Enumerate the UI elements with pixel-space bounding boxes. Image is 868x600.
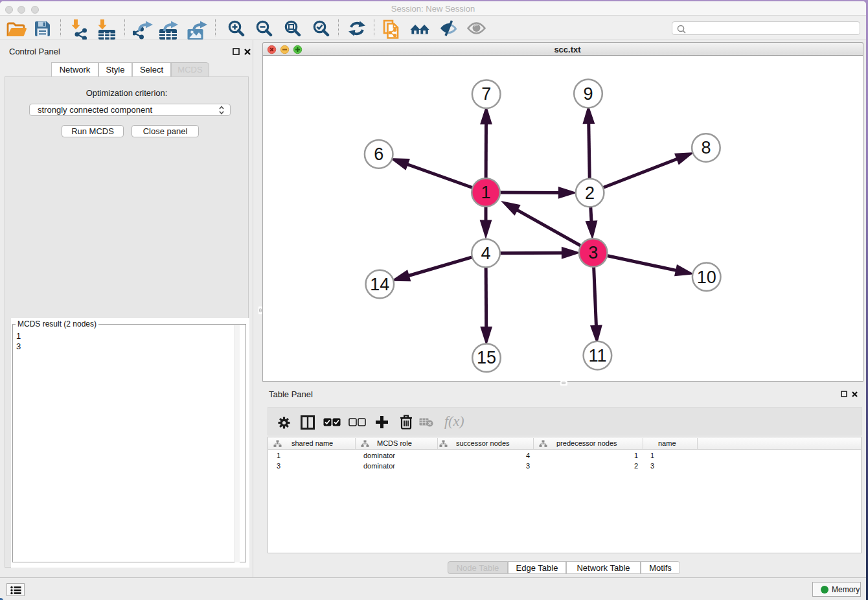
svg-text:2: 2 [585, 183, 595, 203]
svg-text:10: 10 [697, 268, 716, 287]
svg-text:3: 3 [588, 243, 598, 262]
svg-text:1: 1 [481, 183, 490, 202]
svg-text:7: 7 [481, 84, 491, 104]
svg-text:4: 4 [481, 244, 490, 263]
svg-text:6: 6 [374, 144, 383, 164]
svg-text:15: 15 [477, 348, 496, 367]
svg-text:11: 11 [588, 346, 606, 365]
svg-text:14: 14 [370, 275, 389, 294]
svg-text:9: 9 [583, 84, 593, 104]
svg-text:8: 8 [701, 138, 711, 157]
